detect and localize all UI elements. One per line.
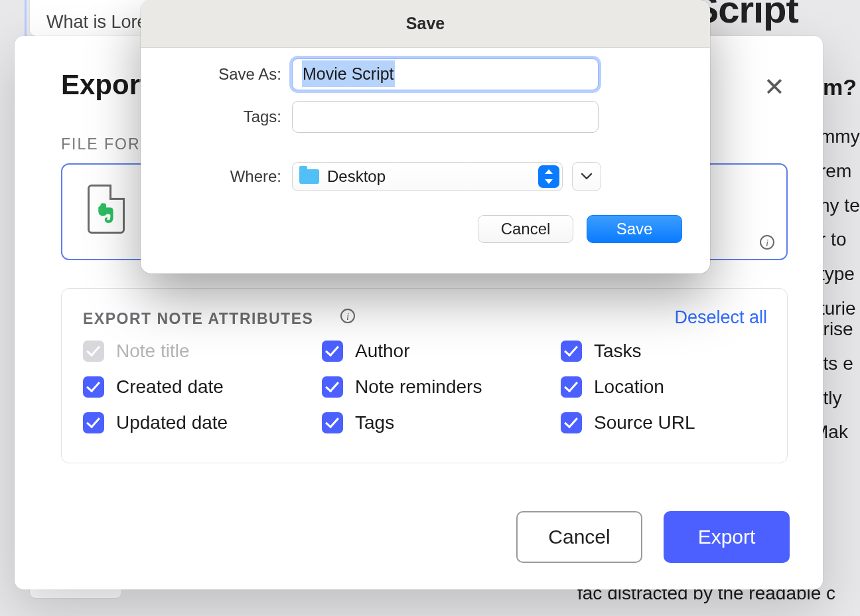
attr-label: Tasks [594, 341, 642, 362]
updown-icon [538, 165, 559, 188]
checkbox[interactable] [322, 341, 343, 362]
tags-label: Tags: [162, 108, 292, 126]
attributes-grid: Note title Author Tasks Created date Not… [83, 341, 767, 433]
where-select[interactable]: Desktop [292, 162, 563, 191]
save-as-label: Save As: [162, 65, 292, 84]
attr-label: Tags [355, 412, 394, 433]
save-as-row: Save As: Movie Script [162, 58, 689, 90]
attr-note-title: Note title [83, 341, 322, 362]
attr-label: Updated date [116, 412, 228, 433]
attr-tasks[interactable]: Tasks [561, 341, 767, 362]
file-format-label: FILE FOR [61, 135, 141, 153]
note-snippet: What is Lore [46, 12, 147, 33]
attr-label: Created date [116, 376, 224, 398]
deselect-all-link[interactable]: Deselect all [674, 307, 767, 328]
doc-heading-fragment: m? [823, 74, 857, 100]
where-value: Desktop [327, 167, 386, 186]
cancel-button[interactable]: Cancel [516, 511, 642, 563]
save-dialog: Save Save As: Movie Script Tags: Where: [141, 0, 710, 273]
attr-tags[interactable]: Tags [322, 412, 561, 433]
close-icon[interactable]: ✕ [762, 74, 787, 100]
save-as-input[interactable]: Movie Script [292, 58, 599, 90]
attr-source-url[interactable]: Source URL [561, 412, 767, 433]
attr-location[interactable]: Location [561, 376, 767, 398]
attr-author[interactable]: Author [322, 341, 561, 362]
save-confirm-button[interactable]: Save [587, 215, 682, 243]
export-button[interactable]: Export [664, 511, 790, 563]
expand-button[interactable] [572, 162, 601, 191]
where-label: Where: [162, 167, 292, 186]
save-footer: Cancel Save [478, 215, 682, 243]
attr-updated-date[interactable]: Updated date [83, 412, 322, 433]
info-icon[interactable]: i [340, 309, 355, 323]
checkbox[interactable] [322, 376, 343, 398]
checkbox[interactable] [561, 412, 582, 433]
doc-body-fragment: mmy rem ny te r to type turie [820, 119, 860, 326]
attr-label: Author [355, 341, 410, 362]
attr-label: Source URL [594, 412, 695, 433]
attr-created-date[interactable]: Created date [83, 376, 322, 398]
attr-label: Location [594, 376, 664, 398]
checkbox[interactable] [83, 376, 104, 398]
export-attributes-label: EXPORT NOTE ATTRIBUTES [83, 310, 313, 328]
checkbox[interactable] [322, 412, 343, 433]
attr-note-reminders[interactable]: Note reminders [322, 376, 561, 398]
attr-label: Note reminders [355, 376, 482, 398]
evernote-icon [96, 202, 118, 224]
export-footer: Cancel Export [516, 511, 790, 563]
save-as-value: Movie Script [302, 60, 395, 87]
checkbox[interactable] [83, 412, 104, 433]
checkbox[interactable] [561, 341, 582, 362]
folder-icon [299, 169, 319, 184]
save-cancel-button[interactable]: Cancel [478, 215, 573, 243]
info-icon[interactable]: i [760, 235, 774, 250]
save-title: Save [141, 0, 710, 48]
attr-label: Note title [116, 341, 190, 362]
export-title: Export [61, 69, 149, 101]
chevron-down-icon [581, 173, 592, 180]
where-row: Where: Desktop [162, 162, 689, 191]
checkbox [83, 341, 104, 362]
export-attributes-card: EXPORT NOTE ATTRIBUTES i Deselect all No… [61, 288, 788, 463]
tags-row: Tags: [162, 101, 689, 133]
tags-input[interactable] [292, 101, 599, 133]
checkbox[interactable] [561, 376, 582, 398]
